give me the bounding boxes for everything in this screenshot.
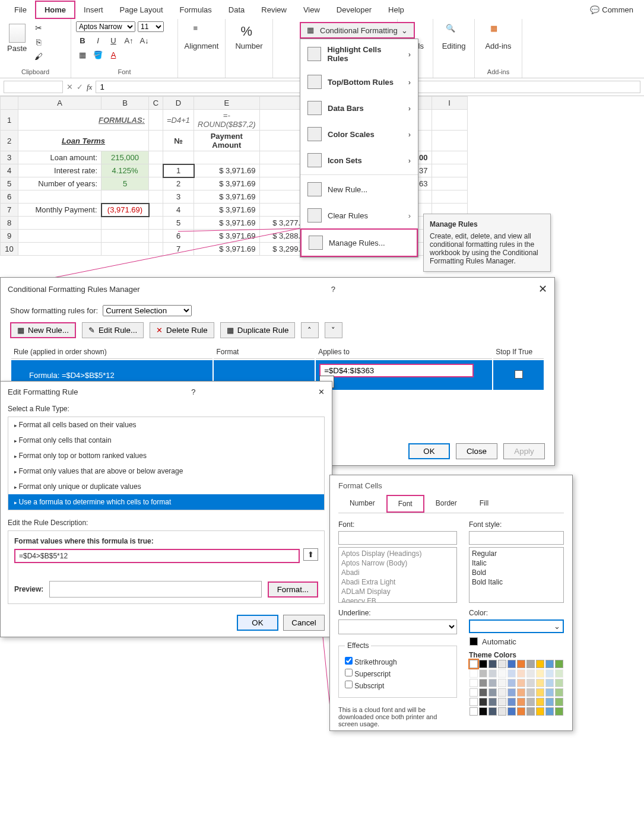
color-swatch[interactable]: [545, 679, 554, 687]
color-swatch[interactable]: [479, 669, 487, 678]
color-swatch[interactable]: [507, 688, 516, 697]
strike-checkbox[interactable]: Strikethrough: [345, 657, 451, 666]
format-painter-button[interactable]: 🖌: [31, 50, 46, 63]
addins-button[interactable]: ▦ Add-ins: [480, 21, 517, 53]
color-swatch[interactable]: [479, 707, 487, 716]
editing-button[interactable]: 🔍 Editing: [438, 21, 469, 53]
color-swatch[interactable]: [545, 660, 554, 668]
cf-icon-sets[interactable]: Icon Sets›: [300, 147, 418, 173]
rule-type-item[interactable]: Format all cells based on their values: [8, 417, 324, 433]
applies-to-input[interactable]: [319, 364, 474, 377]
color-swatch[interactable]: [469, 698, 478, 706]
enter-icon[interactable]: ✓: [77, 82, 83, 91]
font-input[interactable]: [338, 531, 457, 545]
color-swatch[interactable]: [488, 688, 497, 697]
color-swatch[interactable]: [517, 679, 525, 687]
color-swatch[interactable]: [488, 707, 497, 716]
color-swatch[interactable]: [526, 660, 535, 668]
range-picker-icon[interactable]: ⬆: [303, 548, 318, 561]
cf-color-scales[interactable]: Color Scales›: [300, 121, 418, 147]
format-button[interactable]: Format...: [268, 581, 318, 598]
color-swatch[interactable]: [536, 679, 544, 687]
help-icon[interactable]: ?: [191, 387, 195, 396]
font-color-button[interactable]: A: [107, 49, 120, 61]
color-swatch[interactable]: [488, 679, 497, 687]
color-swatch[interactable]: [555, 669, 563, 678]
style-list[interactable]: Regular Italic Bold Bold Italic: [469, 547, 564, 603]
cf-topbottom-rules[interactable]: Top/Bottom Rules›: [300, 69, 418, 95]
color-swatch[interactable]: [479, 679, 487, 687]
color-swatch[interactable]: [469, 688, 478, 697]
color-swatch[interactable]: [507, 660, 516, 668]
color-swatch[interactable]: [488, 660, 497, 668]
color-swatch[interactable]: [536, 688, 544, 697]
color-swatch[interactable]: [555, 679, 563, 687]
color-swatch[interactable]: [555, 707, 563, 716]
color-swatch[interactable]: [479, 660, 487, 668]
cf-new-rule[interactable]: New Rule...: [300, 176, 418, 202]
conditional-formatting-button[interactable]: ▦ Conditional Formatting ⌄: [300, 22, 415, 39]
rule-type-item[interactable]: Format only values that are above or bel…: [8, 463, 324, 479]
color-swatch[interactable]: [545, 669, 554, 678]
edit-rule-button[interactable]: ✎Edit Rule...: [82, 322, 144, 338]
close-icon[interactable]: ✕: [318, 387, 325, 396]
color-swatch[interactable]: [517, 688, 525, 697]
color-swatch[interactable]: [526, 669, 535, 678]
close-button[interactable]: Close: [456, 443, 497, 459]
color-swatch[interactable]: [498, 707, 506, 716]
move-up-button[interactable]: ˄: [301, 322, 319, 338]
color-swatch[interactable]: [517, 660, 525, 668]
rule-type-item[interactable]: Format only top or bottom ranked values: [8, 448, 324, 463]
color-swatch[interactable]: [555, 688, 563, 697]
tab-page-layout[interactable]: Page Layout: [112, 2, 172, 18]
close-icon[interactable]: ✕: [538, 282, 547, 295]
underline-select[interactable]: [338, 619, 457, 634]
color-swatch[interactable]: [526, 688, 535, 697]
color-swatch[interactable]: [517, 698, 525, 706]
tab-insert[interactable]: Insert: [75, 2, 112, 18]
borders-button[interactable]: ▦: [76, 49, 89, 61]
color-swatch[interactable]: [498, 679, 506, 687]
tab-help[interactable]: Help: [380, 2, 413, 18]
fc-tab-font[interactable]: Font: [386, 495, 424, 513]
ok-button[interactable]: OK: [237, 615, 278, 631]
number-format-button[interactable]: % Number: [230, 21, 268, 53]
tab-file[interactable]: File: [6, 2, 35, 18]
color-swatch[interactable]: [507, 669, 516, 678]
color-swatch[interactable]: [545, 698, 554, 706]
tab-data[interactable]: Data: [220, 2, 253, 18]
tab-formulas[interactable]: Formulas: [172, 2, 220, 18]
apply-button[interactable]: Apply: [503, 443, 545, 459]
color-swatch[interactable]: [536, 698, 544, 706]
cf-highlight-rules[interactable]: Highlight Cells Rules›: [300, 39, 418, 69]
color-swatch[interactable]: [498, 660, 506, 668]
auto-color-swatch[interactable]: [469, 637, 478, 646]
cf-data-bars[interactable]: Data Bars›: [300, 95, 418, 121]
sub-checkbox[interactable]: Subscript: [345, 681, 451, 690]
color-swatch[interactable]: [488, 698, 497, 706]
color-swatch[interactable]: [479, 698, 487, 706]
italic-button[interactable]: I: [91, 34, 104, 46]
color-swatch[interactable]: [555, 698, 563, 706]
grow-font-button[interactable]: A↑: [122, 34, 135, 46]
show-rules-select[interactable]: Current Selection: [103, 305, 192, 316]
color-swatch[interactable]: [498, 669, 506, 678]
delete-rule-button[interactable]: ✕Delete Rule: [150, 322, 214, 338]
color-swatch[interactable]: [488, 669, 497, 678]
underline-button[interactable]: U: [107, 34, 120, 46]
fx-icon[interactable]: fx: [87, 82, 92, 92]
fc-tab-number[interactable]: Number: [338, 495, 386, 513]
cancel-button[interactable]: Cancel: [283, 615, 325, 631]
copy-button[interactable]: ⎘: [31, 36, 46, 49]
tab-home[interactable]: Home: [35, 1, 75, 19]
color-swatch[interactable]: [545, 688, 554, 697]
ok-button[interactable]: OK: [408, 443, 450, 459]
rule-type-item[interactable]: Format only unique or duplicate values: [8, 479, 324, 494]
duplicate-rule-button[interactable]: ▦Duplicate Rule: [220, 322, 296, 338]
color-select[interactable]: ⌄: [469, 619, 564, 633]
comments-button[interactable]: 💬 Commen: [585, 3, 638, 17]
cf-manage-rules[interactable]: Manage Rules...: [300, 228, 418, 257]
theme-colors-palette[interactable]: [469, 659, 564, 716]
color-swatch[interactable]: [507, 707, 516, 716]
style-input[interactable]: [469, 531, 564, 545]
